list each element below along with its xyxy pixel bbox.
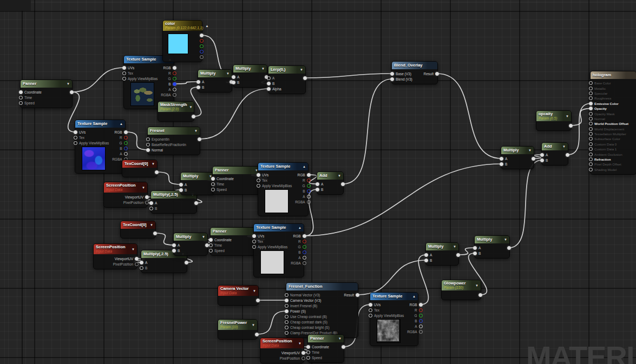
node-ts_blue[interactable]: Texture Sample▲UVsTexApply ViewMipBiasRG…: [75, 120, 126, 174]
wire[interactable]: [343, 79, 392, 184]
in-pin[interactable]: [369, 308, 372, 312]
wire[interactable]: [305, 74, 392, 78]
in-pin[interactable]: [306, 345, 310, 349]
collapse-down-icon[interactable]: ▼: [67, 82, 70, 85]
out-pin[interactable]: [173, 88, 176, 91]
texture-thumbnail-blue[interactable]: [82, 147, 106, 170]
collapse-down-icon[interactable]: ▼: [226, 72, 230, 75]
texture-thumbnail-world[interactable]: [130, 82, 154, 106]
node-mul3[interactable]: Multiply▼AB: [180, 172, 215, 195]
in-pin[interactable]: [209, 249, 213, 253]
node-color_param[interactable]: colorParam (0.122,0.682,1,1)▲: [162, 20, 202, 62]
collapse-down-icon[interactable]: ▼: [562, 145, 566, 148]
out-pin[interactable]: [303, 240, 306, 243]
in-pin[interactable]: [252, 240, 256, 243]
out-pin[interactable]: [135, 257, 139, 261]
node-panner3[interactable]: Panner▼CoordinateTimeSpeed: [210, 227, 259, 256]
out-pin[interactable]: [200, 39, 204, 43]
out-pin[interactable]: [70, 90, 74, 94]
in-pin[interactable]: [252, 234, 256, 238]
in-pin[interactable]: [589, 87, 593, 90]
node-fresnel1[interactable]: Fresnel▼ExponentInBaseReflectFractionInN…: [147, 127, 200, 155]
wire[interactable]: [126, 132, 148, 150]
out-pin[interactable]: [200, 44, 204, 48]
collapse-down-icon[interactable]: ▼: [132, 248, 135, 251]
node-add2[interactable]: Add▼AB: [541, 142, 568, 166]
in-pin[interactable]: [285, 315, 289, 319]
in-pin[interactable]: [316, 188, 319, 191]
out-pin[interactable]: [303, 250, 306, 254]
in-pin[interactable]: [285, 304, 289, 308]
in-pin[interactable]: [257, 184, 260, 188]
in-pin[interactable]: [196, 80, 200, 84]
collapse-down-icon[interactable]: ▼: [202, 235, 205, 239]
in-pin[interactable]: [252, 245, 256, 249]
node-lerp1[interactable]: Lerp(0,)▼ABAlpha: [268, 65, 306, 94]
out-pin[interactable]: [307, 173, 311, 177]
in-pin[interactable]: [424, 253, 428, 257]
collapse-down-icon[interactable]: ▼: [189, 105, 193, 109]
in-pin[interactable]: [589, 142, 593, 146]
in-pin[interactable]: [285, 320, 289, 324]
wire[interactable]: [174, 82, 198, 84]
collapse-up-icon[interactable]: ▲: [412, 295, 416, 298]
out-pin[interactable]: [307, 184, 311, 188]
out-pin[interactable]: [303, 261, 306, 265]
out-pin[interactable]: [124, 141, 128, 145]
wire[interactable]: [200, 89, 269, 139]
graph-canvas[interactable]: MATERI Panner▼CoordinateTimeSpeedTexture…: [0, 0, 636, 364]
out-pin[interactable]: [532, 157, 535, 161]
in-pin[interactable]: [589, 157, 593, 161]
in-pin[interactable]: [146, 143, 150, 147]
in-pin[interactable]: [122, 66, 126, 70]
in-pin[interactable]: [267, 76, 271, 80]
out-pin[interactable]: [566, 153, 569, 157]
node-fresnelpower[interactable]: FresnelPowerParam (10)▼: [218, 319, 258, 340]
in-pin[interactable]: [285, 309, 289, 313]
in-pin[interactable]: [306, 356, 310, 360]
in-pin[interactable]: [232, 75, 235, 79]
in-pin[interactable]: [390, 77, 394, 81]
node-ts_white2[interactable]: Texture Sample▲UVsTexApply ViewMipBiasRG…: [253, 223, 304, 277]
in-pin[interactable]: [209, 243, 213, 247]
collapse-down-icon[interactable]: ▼: [300, 68, 303, 71]
node-glowpower[interactable]: GlowpowerParam (150)▼: [441, 280, 481, 300]
in-pin[interactable]: [257, 173, 260, 177]
out-pin[interactable]: [419, 303, 423, 307]
out-pin[interactable]: [145, 195, 149, 199]
wire[interactable]: [509, 160, 542, 248]
out-pin[interactable]: [303, 245, 306, 249]
out-pin[interactable]: [135, 262, 139, 266]
collapse-down-icon[interactable]: ▼: [150, 223, 153, 227]
node-mul5[interactable]: Multiply▼AB: [425, 242, 459, 266]
node-maskstrength[interactable]: MaskStrengthParam (2.0)▼: [158, 101, 194, 122]
in-pin[interactable]: [589, 96, 593, 100]
out-pin[interactable]: [341, 182, 345, 186]
out-pin[interactable]: [194, 201, 198, 205]
node-panner1[interactable]: Panner▼CoordinateTimeSpeed: [20, 80, 73, 108]
in-pin[interactable]: [589, 91, 593, 95]
texture-thumbnail-white[interactable]: [260, 250, 284, 274]
collapse-down-icon[interactable]: ▼: [338, 174, 341, 177]
out-pin[interactable]: [307, 200, 311, 204]
in-pin[interactable]: [589, 137, 593, 141]
texture-thumbnail-gray[interactable]: [377, 319, 401, 343]
in-pin[interactable]: [211, 188, 215, 191]
in-pin[interactable]: [285, 293, 289, 297]
out-pin[interactable]: [255, 333, 259, 336]
in-pin[interactable]: [369, 314, 372, 317]
node-mul4[interactable]: Multiply▼AB: [173, 233, 208, 256]
wire[interactable]: [571, 109, 591, 125]
out-pin[interactable]: [145, 201, 149, 204]
node-ts_gray[interactable]: Texture Sample▲UVsTexApply ViewMipBiasRG…: [370, 292, 418, 346]
out-pin[interactable]: [307, 189, 311, 193]
out-pin[interactable]: [155, 170, 159, 174]
collapse-up-icon[interactable]: ▲: [303, 165, 306, 168]
out-pin[interactable]: [173, 93, 176, 97]
in-pin[interactable]: [209, 238, 213, 242]
node-hologram[interactable]: hologramBase ColorMetallicSpecularRoughn…: [590, 71, 636, 175]
out-pin[interactable]: [419, 325, 423, 328]
in-pin[interactable]: [74, 130, 77, 134]
in-pin[interactable]: [473, 246, 477, 250]
out-pin[interactable]: [303, 76, 307, 80]
